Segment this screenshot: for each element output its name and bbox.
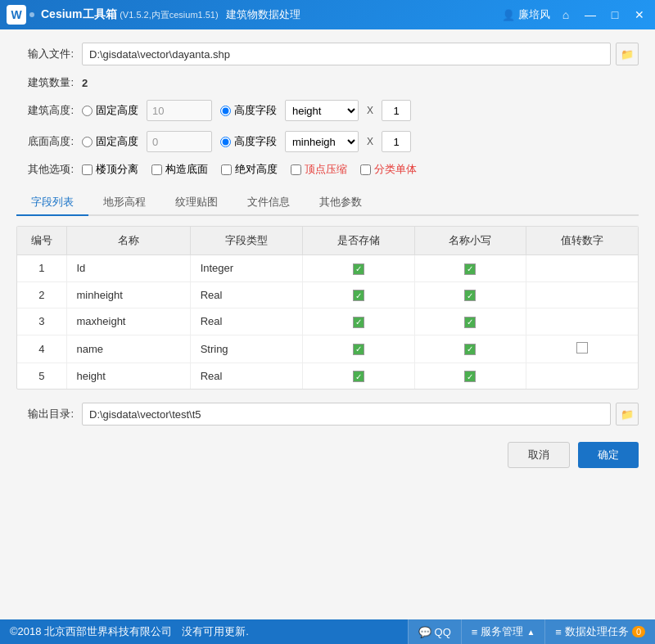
username: 廉培风 — [518, 7, 550, 22]
cell-lowercase[interactable]: ✓ — [414, 281, 526, 308]
lowercase-checkbox: ✓ — [464, 371, 476, 382]
field-table: 编号 名称 字段类型 是否存储 名称小写 值转数字 1 Id Integer ✓… — [17, 227, 638, 389]
col-no: 编号 — [17, 227, 66, 255]
tab-terrain-elevation[interactable]: 地形高程 — [88, 190, 160, 216]
cell-type: Real — [190, 308, 302, 336]
base-height-field-radio[interactable] — [220, 137, 231, 147]
cell-store[interactable]: ✓ — [302, 335, 414, 363]
cell-no: 5 — [17, 363, 66, 389]
cell-lowercase[interactable]: ✓ — [414, 335, 526, 363]
qq-button[interactable]: 💬 QQ — [408, 619, 461, 644]
tab-texture-map[interactable]: 纹理贴图 — [160, 190, 233, 216]
service-manage-button[interactable]: ≡ 服务管理 ▲ — [461, 619, 545, 644]
maximize-button[interactable]: □ — [606, 6, 624, 24]
building-height-field-radio-group: 高度字段 — [220, 103, 277, 118]
building-height-field-radio-label: 高度字段 — [234, 103, 277, 118]
cell-no: 1 — [17, 255, 66, 282]
input-file-path: D:\gisdata\vector\dayanta.shp — [82, 43, 611, 65]
service-manage-label: 服务管理 — [481, 624, 523, 639]
table-body: 1 Id Integer ✓ ✓ 2 minheight Real ✓ ✓ 3 — [17, 255, 638, 390]
copyright-text: ©2018 北京西部世界科技有限公司 — [10, 624, 172, 639]
input-file-row: 输入文件: D:\gisdata\vector\dayanta.shp 📁 — [16, 43, 639, 65]
building-height-field-radio[interactable] — [220, 106, 231, 116]
option-classify-single-checkbox[interactable] — [360, 164, 371, 175]
store-checkbox: ✓ — [353, 263, 364, 275]
cell-lowercase[interactable]: ✓ — [414, 308, 526, 336]
option-vertex-compress: 顶点压缩 — [291, 162, 347, 177]
user-icon: 👤 — [502, 9, 515, 21]
dropdown-dot[interactable] — [29, 12, 34, 17]
table-row: 5 height Real ✓ ✓ — [17, 363, 638, 389]
cell-store[interactable]: ✓ — [302, 281, 414, 308]
multiplier-x1-label: X — [367, 105, 373, 116]
base-height-multiplier-input[interactable] — [382, 131, 411, 152]
option-vertex-compress-label: 顶点压缩 — [305, 162, 347, 177]
cell-tonum[interactable] — [526, 281, 638, 308]
col-tonum: 值转数字 — [526, 227, 638, 255]
output-dir-label: 输出目录: — [16, 407, 74, 421]
main-content: 输入文件: D:\gisdata\vector\dayanta.shp 📁 建筑… — [0, 29, 655, 619]
building-height-row: 建筑高度: 固定高度 高度字段 height minheigh maxheigh… — [16, 100, 639, 121]
minimize-button[interactable]: — — [581, 6, 599, 24]
cell-store[interactable]: ✓ — [302, 363, 414, 389]
option-construct-base-checkbox[interactable] — [151, 164, 162, 175]
cell-no: 4 — [17, 335, 66, 363]
input-file-container: D:\gisdata\vector\dayanta.shp 📁 — [82, 43, 639, 65]
title-controls: 👤 廉培风 ⌂ — □ ✕ — [502, 6, 648, 24]
cell-lowercase[interactable]: ✓ — [414, 255, 526, 282]
tab-file-info[interactable]: 文件信息 — [233, 190, 305, 216]
close-button[interactable]: ✕ — [630, 6, 648, 24]
base-height-field-radio-label: 高度字段 — [234, 134, 277, 149]
cell-tonum[interactable] — [526, 308, 638, 336]
building-height-field-select[interactable]: height minheigh maxheight name — [285, 100, 359, 121]
base-height-field-radio-group: 高度字段 — [220, 134, 277, 149]
tonum-checkbox — [576, 342, 588, 354]
action-buttons-row: 取消 确定 — [16, 442, 639, 468]
output-dir-path: D:\gisdata\vector\test\t5 — [82, 403, 611, 426]
tab-field-list[interactable]: 字段列表 — [16, 190, 88, 216]
col-lowercase: 名称小写 — [414, 227, 526, 255]
cell-tonum[interactable] — [526, 255, 638, 282]
cell-name: height — [66, 363, 190, 389]
table-row: 4 name String ✓ ✓ — [17, 335, 638, 363]
table-row: 2 minheight Real ✓ ✓ — [17, 281, 638, 308]
output-dir-browse-button[interactable]: 📁 — [616, 403, 639, 426]
lowercase-checkbox: ✓ — [464, 290, 476, 301]
data-process-button[interactable]: ≡ 数据处理任务 0 — [544, 619, 655, 644]
data-process-icon: ≡ — [555, 626, 562, 638]
building-fixed-height-radio[interactable] — [82, 106, 93, 116]
cell-tonum[interactable] — [526, 335, 638, 363]
option-absolute-height-checkbox[interactable] — [221, 164, 232, 175]
building-height-multiplier-input[interactable] — [382, 100, 411, 121]
input-file-label: 输入文件: — [16, 47, 74, 61]
service-dropdown-arrow: ▲ — [526, 628, 535, 637]
status-bar: ©2018 北京西部世界科技有限公司 没有可用更新. 💬 QQ ≡ 服务管理 ▲… — [0, 619, 655, 644]
multiplier-x2-label: X — [367, 136, 373, 147]
input-file-browse-button[interactable]: 📁 — [616, 43, 639, 65]
cell-tonum[interactable] — [526, 363, 638, 389]
building-fixed-height-input[interactable] — [147, 100, 212, 121]
cell-type: String — [190, 335, 302, 363]
cell-name: name — [66, 335, 190, 363]
option-classify-single-label: 分类单体 — [374, 162, 417, 177]
cell-no: 3 — [17, 308, 66, 336]
base-fixed-height-input[interactable] — [147, 131, 212, 152]
cancel-button[interactable]: 取消 — [508, 442, 570, 468]
lowercase-checkbox: ✓ — [464, 317, 476, 328]
cell-store[interactable]: ✓ — [302, 308, 414, 336]
cell-store[interactable]: ✓ — [302, 255, 414, 282]
cell-lowercase[interactable]: ✓ — [414, 363, 526, 389]
option-construct-base-label: 构造底面 — [165, 162, 208, 177]
tab-other-params[interactable]: 其他参数 — [305, 190, 377, 216]
base-fixed-height-radio[interactable] — [82, 137, 93, 147]
table-row: 1 Id Integer ✓ ✓ — [17, 255, 638, 282]
base-height-field-select[interactable]: minheigh height maxheight name — [285, 131, 359, 152]
home-button[interactable]: ⌂ — [557, 6, 575, 24]
store-checkbox: ✓ — [353, 290, 364, 301]
confirm-button[interactable]: 确定 — [578, 442, 639, 468]
cell-name: Id — [66, 255, 190, 282]
option-vertex-compress-checkbox[interactable] — [291, 164, 301, 175]
option-roof-separate-checkbox[interactable] — [82, 164, 93, 175]
option-classify-single: 分类单体 — [360, 162, 417, 177]
user-info[interactable]: 👤 廉培风 — [502, 7, 550, 22]
